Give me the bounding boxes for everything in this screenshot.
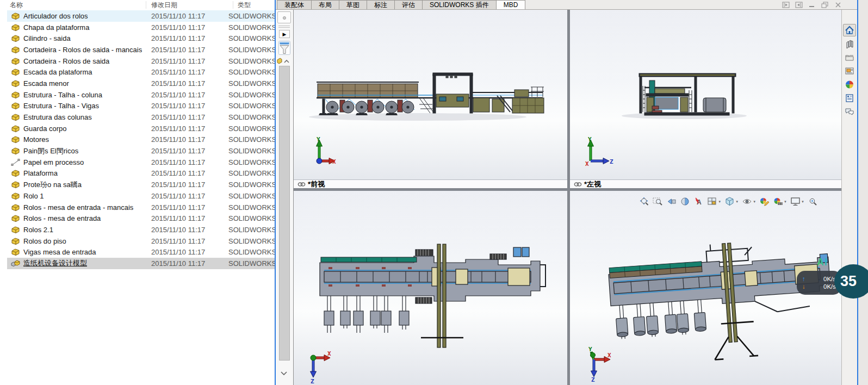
viewport-front-labelbar: *前视 [294, 179, 567, 188]
file-row[interactable]: Escada da plataforma2015/11/10 11:17SOLI… [7, 66, 275, 78]
file-row[interactable]: Cortadeira - Rolos de saida - mancais201… [7, 44, 275, 55]
dropdown-caret-icon[interactable]: ▼ [784, 200, 787, 203]
design-library-icon[interactable] [843, 38, 856, 50]
section-view-icon[interactable] [679, 196, 691, 207]
dynamic-annotation-views-icon[interactable]: A [692, 196, 705, 207]
minimize-button[interactable] [808, 1, 816, 8]
feature-tree-scrollbar[interactable] [279, 66, 290, 361]
badge-number: 35 [840, 273, 857, 290]
part-file-icon [11, 46, 20, 54]
task-pane [841, 10, 857, 385]
tab-布局[interactable]: 布局 [311, 0, 339, 9]
scroll-down-icon[interactable] [281, 368, 287, 377]
file-row[interactable]: Motores2015/11/10 11:17SOLIDWORKS P [7, 134, 275, 146]
file-name: Cilindro - saida [23, 34, 71, 42]
view-orientation-icon[interactable]: ▼ [706, 196, 722, 207]
file-row[interactable]: Papel em processo2015/11/10 11:17SOLIDWO… [7, 157, 275, 168]
view-settings-icon[interactable]: ▼ [789, 196, 805, 207]
file-date: 2015/11/10 11:17 [151, 203, 205, 212]
column-header-type[interactable]: 类型 [238, 1, 251, 10]
file-row[interactable]: 造纸机设备设计模型2015/11/10 11:17SOLIDWORKS A [7, 258, 275, 269]
panel-grip[interactable] [278, 26, 290, 26]
file-row[interactable]: Rolos - mesa de entrada2015/11/10 11:17S… [7, 213, 275, 224]
file-row[interactable]: Estrutura - Talha - Vigas2015/11/10 11:1… [7, 101, 275, 112]
front-view-drawing [303, 64, 549, 127]
file-row[interactable]: Pain閕s El閠ricos2015/11/10 11:17SOLIDWORK… [7, 145, 275, 157]
tab-评估[interactable]: 评估 [394, 0, 423, 9]
file-date: 2015/11/10 11:17 [151, 57, 205, 65]
magnified-selection-icon[interactable] [807, 196, 819, 207]
file-date: 2015/11/10 11:17 [151, 102, 205, 110]
toolbar-fragment[interactable] [277, 11, 291, 23]
file-row[interactable]: Estrutura das colunas2015/11/10 11:17SOL… [7, 111, 275, 123]
dropdown-caret-icon[interactable]: ▼ [801, 200, 804, 203]
dropdown-caret-icon[interactable]: ▼ [735, 200, 739, 203]
file-name: Rolos - mesa de entrada [23, 214, 101, 222]
column-divider[interactable] [233, 1, 233, 9]
apply-scene-icon[interactable]: ▼ [772, 196, 788, 207]
file-explorer-icon[interactable] [843, 51, 856, 64]
file-row[interactable]: Rolos do piso2015/11/10 11:17SOLIDWORKS … [7, 235, 275, 247]
close-button[interactable] [834, 1, 842, 8]
expand-feature-tree-button[interactable]: ▶ [279, 30, 290, 38]
viewport-front[interactable]: Y X *前视 [294, 10, 567, 188]
zoom-to-fit-icon[interactable] [638, 196, 650, 207]
hide-show-items-icon[interactable]: ▼ [741, 196, 757, 207]
file-type: SOLIDWORKS P [228, 169, 275, 177]
tab-标注[interactable]: 标注 [367, 0, 395, 9]
file-type: SOLIDWORKS P [228, 102, 275, 110]
file-name: Plataforma [23, 169, 58, 177]
edit-appearance-icon[interactable] [758, 196, 771, 207]
sketch-file-icon [11, 158, 20, 166]
filter-icon[interactable] [278, 40, 291, 55]
flyout-tree-icon[interactable] [277, 57, 292, 65]
tab-mbd[interactable]: MBD [496, 0, 526, 9]
panel-grip[interactable] [278, 27, 290, 28]
top-view-drawing [302, 243, 548, 352]
custom-properties-icon[interactable] [843, 92, 856, 104]
window-next-button[interactable] [795, 1, 803, 8]
file-name: 造纸机设备设计模型 [23, 258, 87, 268]
column-header-name[interactable]: 名称 [10, 1, 23, 10]
file-row[interactable]: Articulador dos rolos2015/11/10 11:17SOL… [7, 10, 275, 22]
file-row[interactable]: Cilindro - saida2015/11/10 11:17SOLIDWOR… [7, 33, 275, 44]
file-date: 2015/11/10 11:17 [151, 113, 205, 121]
tab-草图[interactable]: 草图 [339, 0, 367, 9]
window-prev-button[interactable] [782, 1, 790, 8]
file-row[interactable]: Rolos 2.12015/11/10 11:17SOLIDWORKS P [7, 224, 275, 235]
viewport-top[interactable]: X Z [294, 191, 567, 385]
file-row[interactable]: Chapa da plataforma2015/11/10 11:17SOLID… [7, 22, 275, 33]
overlay-badge[interactable]: 35 [834, 264, 868, 299]
solidworks-forum-icon[interactable] [843, 105, 856, 118]
file-type: SOLIDWORKS P [228, 125, 275, 133]
file-row[interactable]: Vigas mesa de entrada2015/11/10 11:17SOL… [7, 246, 275, 258]
file-row[interactable]: Cortadeira - Rolos de saida2015/11/10 11… [7, 55, 275, 67]
file-row[interactable]: Estrutura - Talha - coluna2015/11/10 11:… [7, 89, 275, 101]
file-type: SOLIDWORKS P [228, 79, 275, 88]
column-header-date[interactable]: 修改日期 [151, 1, 177, 10]
restore-button[interactable] [821, 1, 829, 8]
view-palette-icon[interactable] [843, 65, 856, 77]
file-row[interactable]: Rolos - mesa de entrada - mancais2015/11… [7, 202, 275, 213]
file-row[interactable]: Rolo 12015/11/10 11:17SOLIDWORKS P [7, 190, 275, 202]
file-name: Rolos do piso [23, 237, 66, 245]
file-name: Cortadeira - Rolos de saida - mancais [23, 46, 142, 54]
file-type: SOLIDWORKS P [228, 46, 275, 54]
viewport-left[interactable]: Y X Z *左视 [570, 10, 842, 188]
dropdown-caret-icon[interactable]: ▼ [718, 200, 721, 203]
file-row[interactable]: Prote玢o na sa韉a2015/11/10 11:17SOLIDWORK… [7, 179, 275, 190]
column-headers: 名称 修改日期 类型 [0, 0, 275, 10]
tab-装配体[interactable]: 装配体 [277, 0, 312, 9]
file-name: Prote玢o na sa韉a [23, 180, 82, 190]
file-row[interactable]: Plataforma2015/11/10 11:17SOLIDWORKS P [7, 168, 275, 179]
previous-view-icon[interactable] [665, 196, 678, 207]
solidworks-resources-icon[interactable] [843, 24, 856, 36]
display-style-icon[interactable]: ▼ [723, 196, 740, 207]
file-row[interactable]: Escada menor2015/11/10 11:17SOLIDWORKS P [7, 78, 275, 89]
column-divider[interactable] [146, 1, 146, 9]
file-row[interactable]: Guarda corpo2015/11/10 11:17SOLIDWORKS P [7, 123, 275, 134]
zoom-to-area-icon[interactable] [652, 196, 664, 207]
tab-solidworks-插件[interactable]: SOLIDWORKS 插件 [422, 0, 497, 9]
dropdown-caret-icon[interactable]: ▼ [753, 200, 756, 203]
appearances-scenes-icon[interactable] [843, 78, 856, 91]
